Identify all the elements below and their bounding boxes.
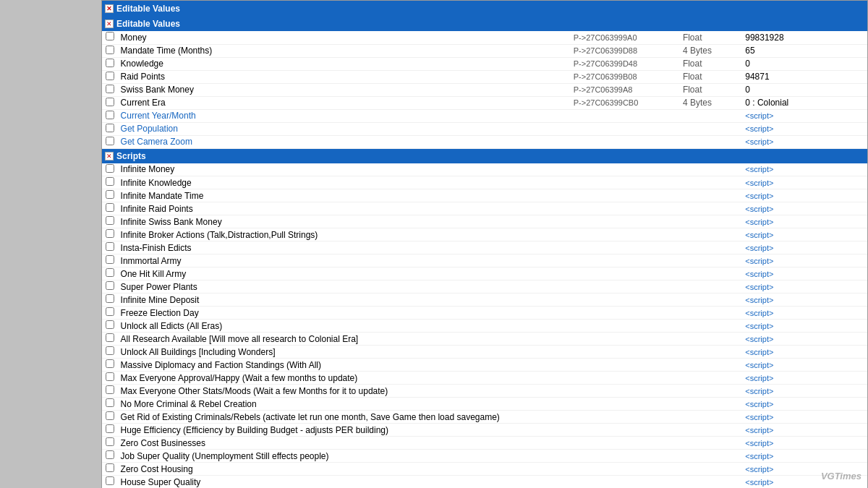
row-address — [571, 307, 680, 320]
row-checkbox[interactable] — [106, 242, 114, 251]
row-checkbox[interactable] — [106, 463, 114, 472]
scripts-collapse-icon[interactable]: ✕ — [105, 152, 114, 160]
row-checkbox[interactable] — [106, 372, 114, 381]
row-checkbox-cell[interactable] — [102, 476, 118, 489]
row-type — [680, 463, 742, 476]
row-checkbox[interactable] — [106, 216, 114, 225]
row-checkbox-cell[interactable] — [102, 307, 118, 320]
row-checkbox[interactable] — [106, 385, 114, 394]
row-checkbox[interactable] — [106, 281, 114, 290]
row-type — [680, 359, 742, 372]
row-checkbox-cell[interactable] — [102, 437, 118, 450]
row-value: <script> — [742, 476, 867, 489]
row-checkbox-cell[interactable] — [102, 333, 118, 346]
row-checkbox[interactable] — [106, 72, 114, 80]
row-checkbox[interactable] — [106, 111, 114, 119]
row-checkbox-cell[interactable] — [102, 57, 118, 70]
row-checkbox-cell[interactable] — [102, 228, 118, 241]
row-value: <script> — [742, 202, 867, 215]
row-checkbox[interactable] — [106, 124, 114, 132]
row-checkbox[interactable] — [106, 411, 114, 420]
row-checkbox[interactable] — [106, 307, 114, 316]
row-type — [680, 450, 742, 463]
row-checkbox-cell[interactable] — [102, 463, 118, 476]
row-type — [680, 372, 742, 385]
row-checkbox-cell[interactable] — [102, 281, 118, 294]
row-checkbox-cell[interactable] — [102, 215, 118, 228]
row-checkbox-cell[interactable] — [102, 70, 118, 83]
row-type — [680, 267, 742, 281]
row-checkbox[interactable] — [106, 203, 114, 212]
row-address: P->27C06399D48 — [571, 57, 680, 70]
row-checkbox[interactable] — [106, 177, 114, 186]
row-checkbox[interactable] — [106, 476, 114, 485]
row-name: Zero Cost Housing — [118, 463, 571, 476]
row-checkbox-cell[interactable] — [102, 424, 118, 437]
row-type: Float — [680, 83, 742, 96]
row-checkbox-cell[interactable] — [102, 135, 118, 148]
row-type — [680, 398, 742, 411]
row-checkbox-cell[interactable] — [102, 450, 118, 463]
row-value: 65 — [742, 44, 867, 57]
row-checkbox-cell[interactable] — [102, 254, 118, 267]
row-checkbox-cell[interactable] — [102, 241, 118, 254]
row-checkbox-cell[interactable] — [102, 83, 118, 96]
row-checkbox-cell[interactable] — [102, 122, 118, 135]
close-icon[interactable]: ✕ — [105, 4, 114, 13]
row-checkbox[interactable] — [106, 320, 114, 329]
row-checkbox-cell[interactable] — [102, 202, 118, 215]
row-checkbox[interactable] — [106, 294, 114, 303]
row-type — [680, 135, 742, 148]
row-checkbox[interactable] — [106, 255, 114, 264]
row-checkbox-cell[interactable] — [102, 385, 118, 398]
row-checkbox[interactable] — [106, 137, 114, 145]
row-checkbox[interactable] — [106, 346, 114, 355]
row-checkbox-cell[interactable] — [102, 411, 118, 424]
scripts-section-header: ✕ Scripts — [102, 149, 867, 163]
section-collapse-icon[interactable]: ✕ — [105, 20, 114, 28]
row-checkbox[interactable] — [106, 46, 114, 54]
row-checkbox[interactable] — [106, 98, 114, 106]
row-value: <script> — [742, 281, 867, 294]
row-type: 4 Bytes — [680, 96, 742, 109]
row-address — [571, 215, 680, 228]
row-checkbox-cell[interactable] — [102, 44, 118, 57]
row-checkbox-cell[interactable] — [102, 294, 118, 307]
row-checkbox[interactable] — [106, 164, 114, 173]
row-checkbox[interactable] — [106, 268, 114, 277]
row-checkbox[interactable] — [106, 32, 114, 40]
row-name: Get Population — [118, 122, 571, 135]
table-row: One Hit Kill Army <script> — [102, 267, 867, 281]
row-checkbox[interactable] — [106, 229, 114, 238]
row-checkbox-cell[interactable] — [102, 372, 118, 385]
row-address: P->27C06399D88 — [571, 44, 680, 57]
row-checkbox[interactable] — [106, 85, 114, 93]
row-value: <script> — [742, 135, 867, 148]
row-checkbox-cell[interactable] — [102, 346, 118, 359]
row-checkbox[interactable] — [106, 359, 114, 368]
row-checkbox[interactable] — [106, 450, 114, 459]
row-checkbox-cell[interactable] — [102, 31, 118, 44]
row-checkbox[interactable] — [106, 437, 114, 446]
row-checkbox-cell[interactable] — [102, 267, 118, 281]
row-checkbox[interactable] — [106, 333, 114, 342]
table-row: Job Super Quality (Unemployment Still ef… — [102, 450, 867, 463]
row-checkbox-cell[interactable] — [102, 398, 118, 411]
row-checkbox-cell[interactable] — [102, 176, 118, 189]
row-type — [680, 320, 742, 333]
editable-values-table: Money P->27C063999A0 Float 99831928 Mand… — [102, 31, 867, 149]
row-checkbox-cell[interactable] — [102, 96, 118, 109]
row-checkbox-cell[interactable] — [102, 320, 118, 333]
row-checkbox-cell[interactable] — [102, 359, 118, 372]
row-value: <script> — [742, 450, 867, 463]
row-value: <script> — [742, 163, 867, 176]
row-checkbox[interactable] — [106, 398, 114, 407]
row-checkbox-cell[interactable] — [102, 189, 118, 202]
row-checkbox[interactable] — [106, 190, 114, 199]
row-checkbox-cell[interactable] — [102, 109, 118, 122]
row-value: <script> — [742, 411, 867, 424]
row-checkbox[interactable] — [106, 424, 114, 433]
row-checkbox[interactable] — [106, 59, 114, 67]
editable-section-header: ✕ Editable Values — [102, 17, 867, 31]
row-checkbox-cell[interactable] — [102, 163, 118, 176]
